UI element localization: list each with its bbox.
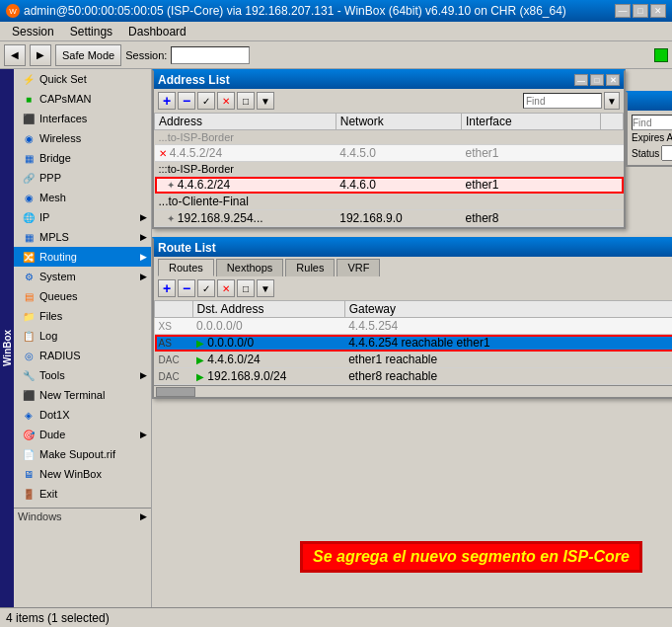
sidebar-item-queues[interactable]: ▤ Queues (14, 286, 151, 306)
sidebar-item-dude[interactable]: 🎯 Dude ▶ (14, 425, 151, 444)
addr-win-min[interactable]: — (574, 74, 588, 86)
addr-filter-button[interactable]: ▼ (257, 92, 274, 110)
session-input[interactable] (171, 46, 250, 64)
route-copy-button[interactable]: □ (237, 279, 255, 297)
addr-find-input[interactable] (523, 93, 602, 109)
table-row[interactable]: XS 0.0.0.0/0 4.4.5.254 1 (155, 318, 673, 335)
menu-session[interactable]: Session (4, 23, 62, 40)
route-table-container: Dst. Address Gateway Distance R XS 0.0.0… (154, 300, 672, 385)
sidebar-label-mpls: MPLS (39, 231, 69, 243)
tab-nexthops[interactable]: Nexthops (216, 259, 283, 276)
addr-col-extra[interactable] (601, 114, 624, 130)
safe-mode-button[interactable]: Safe Mode (55, 44, 121, 66)
route-toolbar: + − ✓ ✕ □ ▼ all ▼ (154, 276, 672, 300)
addr-remove-button[interactable]: − (178, 92, 195, 110)
tab-vrf[interactable]: VRF (336, 259, 380, 276)
sidebar-item-new-terminal[interactable]: ⬛ New Terminal (14, 385, 151, 405)
route-dst-1: ▶ 0.0.0.0/0 (192, 335, 344, 352)
addr-extra-panel: — ✕ Expires After Status (626, 91, 672, 167)
table-row[interactable]: ✦ 4.4.6.2/24 4.4.6.0 ether1 (155, 177, 624, 194)
sidebar-item-files[interactable]: 📁 Files (14, 306, 151, 326)
route-add-button[interactable]: + (158, 279, 176, 297)
table-row[interactable]: ...to-ISP-Border (155, 130, 624, 145)
route-list-title: Route List (158, 241, 672, 255)
addr-cell-network: 4.4.5.0 (336, 145, 461, 162)
table-row[interactable]: DAC ▶ 4.4.6.0/24 ether1 reachable 0 (155, 352, 673, 368)
route-check-button[interactable]: ✓ (197, 279, 215, 297)
sidebar-item-make-supout[interactable]: 📄 Make Supout.rif (14, 444, 151, 464)
addr-cancel-button[interactable]: ✕ (217, 92, 235, 110)
table-row[interactable]: ✕ 4.4.5.2/24 4.4.5.0 ether1 (155, 145, 624, 162)
route-col-dst[interactable]: Dst. Address (192, 301, 344, 318)
route-remove-button[interactable]: − (178, 279, 195, 297)
sidebar-item-wireless[interactable]: ◉ Wireless (14, 128, 151, 148)
sidebar-item-tools[interactable]: 🔧 Tools ▶ (14, 365, 151, 385)
route-filter-button[interactable]: ▼ (257, 279, 274, 297)
sidebar-item-new-winbox[interactable]: 🖥 New WinBox (14, 464, 151, 484)
sidebar-item-interfaces[interactable]: ⬛ Interfaces (14, 109, 151, 128)
windows-label: Windows (18, 510, 62, 522)
addr-win-close[interactable]: ✕ (606, 74, 620, 86)
route-hscroll-thumb[interactable] (156, 387, 195, 397)
ip-icon: 🌐 (22, 210, 36, 224)
sidebar-item-bridge[interactable]: ▦ Bridge (14, 148, 151, 168)
sidebar-label-quick-set: Quick Set (39, 73, 87, 85)
new-winbox-icon: 🖥 (22, 467, 36, 481)
addr-win-max[interactable]: □ (590, 74, 604, 86)
sidebar-item-capsman[interactable]: ■ CAPsMAN (14, 89, 151, 109)
addr-extra-titlebar: — ✕ (628, 93, 672, 111)
tab-routes[interactable]: Routes (158, 259, 214, 276)
addr-find-arrow[interactable]: ▼ (604, 92, 620, 110)
table-row[interactable]: ✦ 192.168.9.254... 192.168.9.0 ether8 (155, 210, 624, 227)
dude-arrow: ▶ (140, 430, 147, 439)
sidebar-item-dot1x[interactable]: ◈ Dot1X (14, 405, 151, 425)
route-cancel-button[interactable]: ✕ (217, 279, 235, 297)
sidebar-label-ip: IP (39, 211, 49, 223)
addr-check-button[interactable]: ✓ (197, 92, 215, 110)
addr-col-network[interactable]: Network (336, 114, 461, 130)
route-hscrollbar[interactable] (154, 385, 672, 397)
maximize-button[interactable]: □ (633, 4, 648, 18)
route-gw-2: ether1 reachable (344, 352, 672, 368)
sidebar-item-system[interactable]: ⚙ System ▶ (14, 267, 151, 286)
addr-toolbar: + − ✓ ✕ □ ▼ ▼ (154, 89, 624, 113)
route-flag-0: XS (155, 318, 193, 335)
sidebar-item-ppp[interactable]: 🔗 PPP (14, 168, 151, 188)
sidebar-item-exit[interactable]: 🚪 Exit (14, 484, 151, 504)
capsman-icon: ■ (22, 92, 36, 106)
sidebar-label-system: System (39, 271, 76, 282)
sidebar-item-radius[interactable]: ◎ RADIUS (14, 346, 151, 365)
table-row[interactable]: ...to-Cliente-Final (155, 194, 624, 210)
addr-col-interface[interactable]: Interface (461, 114, 600, 130)
mpls-icon: ▦ (22, 230, 36, 244)
title-text: admin@50:00:00:05:00:05 (ISP-Core) via 1… (24, 4, 566, 18)
route-col-flag[interactable] (155, 301, 193, 318)
addr-extra-find-input[interactable] (632, 115, 672, 130)
status-label: Status (632, 148, 659, 159)
table-row[interactable]: :::to-ISP-Border (155, 162, 624, 177)
status-select[interactable] (661, 145, 672, 161)
back-button[interactable]: ◀ (4, 44, 26, 66)
table-row[interactable]: AS ▶ 0.0.0.0/0 4.4.6.254 reachable ether… (155, 335, 673, 352)
sidebar-item-mpls[interactable]: ▦ MPLS ▶ (14, 227, 151, 247)
menu-dashboard[interactable]: Dashboard (120, 23, 194, 40)
sidebar-item-log[interactable]: 📋 Log (14, 326, 151, 346)
sidebar-label-wireless: Wireless (39, 132, 81, 144)
table-row[interactable]: DAC ▶ 192.168.9.0/24 ether8 reachable 0 (155, 368, 673, 385)
sidebar-item-ip[interactable]: 🌐 IP ▶ (14, 207, 151, 227)
sidebar-label-files: Files (39, 310, 62, 322)
sidebar-item-routing[interactable]: 🔀 Routing ▶ (14, 247, 151, 267)
close-button[interactable]: ✕ (650, 4, 666, 18)
route-gw-1: 4.4.6.254 reachable ether1 (344, 335, 672, 352)
sidebar-item-quick-set[interactable]: ⚡ Quick Set (14, 69, 151, 89)
forward-button[interactable]: ▶ (30, 44, 51, 66)
route-col-gateway[interactable]: Gateway (344, 301, 672, 318)
addr-add-button[interactable]: + (158, 92, 176, 110)
menu-settings[interactable]: Settings (62, 23, 120, 40)
sidebar-item-mesh[interactable]: ◉ Mesh (14, 188, 151, 207)
tab-rules[interactable]: Rules (285, 259, 335, 276)
addr-copy-button[interactable]: □ (237, 92, 255, 110)
windows-section[interactable]: Windows ▶ (14, 508, 151, 524)
minimize-button[interactable]: — (615, 4, 631, 18)
addr-col-address[interactable]: Address (155, 114, 336, 130)
